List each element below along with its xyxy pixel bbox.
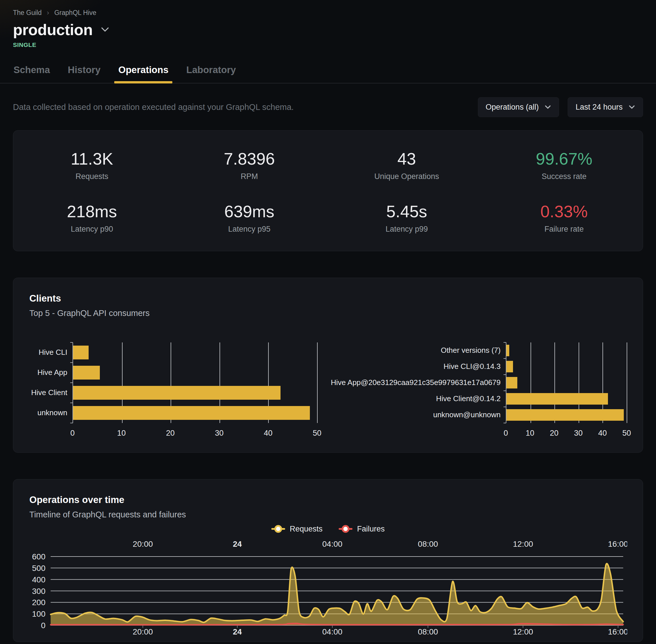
bar[interactable] bbox=[73, 386, 281, 400]
tab-schema[interactable]: Schema bbox=[13, 62, 51, 83]
stat-latency-p90: 218ms Latency p90 bbox=[13, 191, 171, 244]
bar-x-axis-labels: 01020304050 bbox=[506, 423, 627, 438]
operations-filter-dropdown[interactable]: Operations (all) bbox=[478, 97, 559, 117]
bar-category-label: unknown bbox=[29, 403, 72, 423]
breadcrumb-separator-icon: › bbox=[47, 9, 49, 17]
breadcrumb: The Guild › GraphQL Hive bbox=[13, 0, 643, 17]
bar-category-label: Other versions (7) bbox=[337, 342, 506, 359]
x-tick-label-bottom: 12:00 bbox=[513, 627, 533, 636]
bar-category-labels: Hive CLIHive AppHive Clientunknown bbox=[29, 342, 72, 438]
legend-item-failures[interactable]: Failures bbox=[338, 525, 385, 533]
bar-category-label: Hive Client@0.14.2 bbox=[337, 391, 506, 407]
bar[interactable] bbox=[507, 345, 509, 356]
stat-requests: 11.3K Requests bbox=[13, 138, 171, 191]
timeline-chart[interactable]: 010020030040050060020:0020:00242404:0004… bbox=[29, 535, 627, 638]
bar-category-label: Hive App@20e3129caa921c35e9979631e17a067… bbox=[337, 375, 506, 391]
y-tick-label: 300 bbox=[32, 586, 45, 595]
tab-laboratory[interactable]: Laboratory bbox=[186, 62, 236, 83]
bar[interactable] bbox=[507, 409, 624, 421]
bar-plot-area[interactable] bbox=[506, 342, 627, 423]
bar-row bbox=[507, 342, 627, 359]
chevron-down-icon bbox=[544, 105, 551, 109]
x-tick-label: 50 bbox=[313, 429, 321, 438]
bar-category-label: Hive CLI bbox=[29, 342, 72, 363]
x-tick-label-bottom: 08:00 bbox=[418, 627, 438, 636]
bar-category-label: Hive CLI@0.14.3 bbox=[337, 359, 506, 375]
x-tick-label: 40 bbox=[598, 429, 607, 438]
y-tick-label: 500 bbox=[32, 564, 45, 572]
bar[interactable] bbox=[73, 366, 100, 380]
x-tick-label-top: 08:00 bbox=[418, 539, 438, 549]
bar-x-axis-labels: 01020304050 bbox=[72, 423, 317, 438]
bar-category-label: Hive App bbox=[29, 363, 72, 383]
bar[interactable] bbox=[507, 377, 517, 389]
bar[interactable] bbox=[507, 361, 513, 372]
bar-row bbox=[507, 359, 627, 375]
bar-row bbox=[507, 375, 627, 391]
tab-history[interactable]: History bbox=[67, 62, 101, 83]
axis-tick bbox=[70, 342, 73, 343]
y-tick-label: 400 bbox=[32, 575, 45, 584]
axis-tick bbox=[503, 390, 506, 391]
breadcrumb-project[interactable]: GraphQL Hive bbox=[54, 9, 96, 17]
timeline-legend: Requests Failures bbox=[29, 525, 627, 533]
x-tick-label: 30 bbox=[574, 429, 583, 438]
x-tick-label: 30 bbox=[215, 429, 224, 438]
bar-row bbox=[73, 403, 317, 423]
bar-row bbox=[73, 383, 317, 403]
operations-over-time-card: Operations over time Timeline of GraphQL… bbox=[13, 479, 643, 642]
x-tick-label: 0 bbox=[70, 429, 74, 438]
clients-by-version-chart[interactable]: Other versions (7)Hive CLI@0.14.3Hive Ap… bbox=[337, 342, 627, 438]
axis-tick bbox=[503, 374, 506, 375]
axis-tick bbox=[503, 358, 506, 359]
operations-filter-label: Operations (all) bbox=[486, 103, 539, 112]
bar-row bbox=[507, 407, 627, 423]
bar-category-label: unknown@unknown bbox=[337, 407, 506, 423]
bar-category-labels: Other versions (7)Hive CLI@0.14.3Hive Ap… bbox=[337, 342, 506, 438]
bar[interactable] bbox=[73, 346, 89, 360]
axis-tick bbox=[503, 342, 506, 343]
x-tick-label-top: 04:00 bbox=[322, 539, 343, 549]
x-tick-label: 10 bbox=[117, 429, 126, 438]
stat-failure-rate: 0.33% Failure rate bbox=[485, 191, 643, 244]
tab-bar: Schema History Operations Laboratory bbox=[0, 62, 656, 84]
stat-unique-operations: 43 Unique Operations bbox=[328, 138, 485, 191]
stats-summary-card: 11.3K Requests 7.8396 RPM 43 Unique Oper… bbox=[13, 130, 643, 251]
y-tick-label: 100 bbox=[32, 610, 45, 618]
x-tick-label: 10 bbox=[526, 429, 534, 438]
y-tick-label: 200 bbox=[32, 598, 45, 607]
breadcrumb-org[interactable]: The Guild bbox=[13, 9, 42, 17]
bar-row bbox=[507, 391, 627, 407]
requests-series-icon bbox=[271, 528, 285, 530]
clients-card: Clients Top 5 - GraphQL API consumers Hi… bbox=[13, 278, 643, 453]
x-tick-label-bottom: 20:00 bbox=[133, 627, 153, 636]
stat-latency-p95: 639ms Latency p95 bbox=[171, 191, 328, 244]
bar[interactable] bbox=[507, 393, 608, 405]
x-tick-label-bottom: 04:00 bbox=[322, 627, 343, 636]
filters: Operations (all) Last 24 hours bbox=[478, 97, 643, 117]
clients-by-name-chart[interactable]: Hive CLIHive AppHive Clientunknown010203… bbox=[29, 342, 317, 438]
x-tick-label-top: 12:00 bbox=[513, 539, 533, 549]
x-tick-label-bottom: 16:00 bbox=[608, 627, 627, 636]
target-type-badge: SINGLE bbox=[13, 42, 643, 48]
operations-dashboard: The Guild › GraphQL Hive production SING… bbox=[0, 0, 656, 642]
legend-item-requests[interactable]: Requests bbox=[271, 525, 323, 533]
clients-subtitle: Top 5 - GraphQL API consumers bbox=[29, 308, 627, 318]
time-range-dropdown[interactable]: Last 24 hours bbox=[568, 97, 643, 117]
x-tick-label: 20 bbox=[550, 429, 559, 438]
axis-tick bbox=[503, 407, 506, 407]
time-range-label: Last 24 hours bbox=[576, 103, 623, 112]
x-tick-label-top: 16:00 bbox=[608, 539, 627, 549]
tab-operations[interactable]: Operations bbox=[118, 62, 169, 83]
x-tick-label: 0 bbox=[503, 429, 508, 438]
y-tick-label: 0 bbox=[41, 621, 45, 630]
y-tick-label: 600 bbox=[32, 552, 45, 561]
x-tick-label-top: 20:00 bbox=[133, 539, 153, 549]
stat-latency-p99: 5.45s Latency p99 bbox=[328, 191, 485, 244]
clients-title: Clients bbox=[29, 293, 627, 304]
bar[interactable] bbox=[73, 406, 310, 420]
target-selector-chevron-down-icon[interactable] bbox=[100, 26, 110, 33]
bar-plot-area[interactable] bbox=[72, 342, 317, 423]
bar-category-label: Hive Client bbox=[29, 383, 72, 403]
chevron-down-icon bbox=[628, 105, 635, 109]
